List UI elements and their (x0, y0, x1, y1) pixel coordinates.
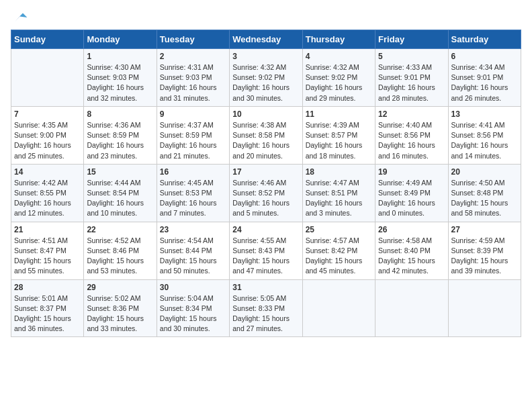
header-row: SundayMondayTuesdayWednesdayThursdayFrid… (11, 30, 521, 49)
day-info: Sunrise: 4:42 AM Sunset: 8:55 PM Dayligh… (14, 178, 81, 219)
day-number: 21 (14, 225, 81, 234)
header-cell-wednesday: Wednesday (230, 30, 302, 49)
day-number: 8 (87, 109, 153, 119)
day-number: 12 (378, 109, 445, 119)
day-number: 25 (306, 225, 372, 234)
calendar-cell: 11Sunrise: 4:39 AM Sunset: 8:57 PM Dayli… (302, 106, 375, 164)
week-row-4: 21Sunrise: 4:51 AM Sunset: 8:47 PM Dayli… (11, 222, 521, 279)
calendar-cell (302, 279, 375, 337)
calendar-header: SundayMondayTuesdayWednesdayThursdayFrid… (11, 30, 521, 49)
day-number: 6 (451, 52, 518, 61)
svg-marker-1 (19, 13, 27, 17)
day-info: Sunrise: 4:32 AM Sunset: 9:02 PM Dayligh… (232, 62, 299, 103)
calendar-cell: 19Sunrise: 4:49 AM Sunset: 8:49 PM Dayli… (375, 164, 448, 222)
calendar-cell: 18Sunrise: 4:47 AM Sunset: 8:51 PM Dayli… (302, 164, 375, 222)
day-number: 18 (306, 167, 372, 177)
day-number: 23 (160, 225, 226, 234)
day-info: Sunrise: 4:33 AM Sunset: 9:01 PM Dayligh… (378, 62, 445, 103)
calendar-cell: 1Sunrise: 4:30 AM Sunset: 9:03 PM Daylig… (84, 49, 157, 107)
day-number: 9 (160, 109, 226, 119)
page-header (11, 11, 521, 24)
calendar-cell: 3Sunrise: 4:32 AM Sunset: 9:02 PM Daylig… (230, 49, 302, 107)
header-cell-friday: Friday (375, 30, 448, 49)
week-row-3: 14Sunrise: 4:42 AM Sunset: 8:55 PM Dayli… (11, 164, 521, 222)
day-number: 20 (451, 167, 518, 177)
day-number: 14 (14, 167, 81, 177)
day-number: 16 (160, 167, 226, 177)
day-number: 29 (87, 283, 153, 292)
calendar-cell: 2Sunrise: 4:31 AM Sunset: 9:03 PM Daylig… (157, 49, 229, 107)
calendar-cell: 28Sunrise: 5:01 AM Sunset: 8:37 PM Dayli… (11, 279, 84, 337)
logo (11, 11, 28, 24)
calendar-cell: 29Sunrise: 5:02 AM Sunset: 8:36 PM Dayli… (84, 279, 157, 337)
day-number: 3 (232, 52, 299, 61)
day-info: Sunrise: 4:34 AM Sunset: 9:01 PM Dayligh… (451, 62, 518, 103)
day-number: 30 (160, 283, 226, 292)
day-info: Sunrise: 5:05 AM Sunset: 8:33 PM Dayligh… (232, 293, 299, 334)
calendar-cell: 10Sunrise: 4:38 AM Sunset: 8:58 PM Dayli… (230, 106, 302, 164)
day-info: Sunrise: 5:01 AM Sunset: 8:37 PM Dayligh… (14, 293, 81, 334)
day-number: 13 (451, 109, 518, 119)
calendar-cell: 20Sunrise: 4:50 AM Sunset: 8:48 PM Dayli… (448, 164, 521, 222)
day-number: 4 (306, 52, 372, 61)
header-cell-thursday: Thursday (302, 30, 375, 49)
calendar-cell: 13Sunrise: 4:41 AM Sunset: 8:56 PM Dayli… (448, 106, 521, 164)
calendar-cell: 9Sunrise: 4:37 AM Sunset: 8:59 PM Daylig… (157, 106, 229, 164)
day-number: 7 (14, 109, 81, 119)
calendar-cell: 22Sunrise: 4:52 AM Sunset: 8:46 PM Dayli… (84, 222, 157, 279)
day-number: 11 (306, 109, 372, 119)
calendar-cell: 27Sunrise: 4:59 AM Sunset: 8:39 PM Dayli… (448, 222, 521, 279)
day-info: Sunrise: 4:49 AM Sunset: 8:49 PM Dayligh… (378, 178, 445, 219)
logo-icon (12, 11, 28, 24)
header-cell-sunday: Sunday (11, 30, 84, 49)
header-cell-monday: Monday (84, 30, 157, 49)
calendar-cell: 6Sunrise: 4:34 AM Sunset: 9:01 PM Daylig… (448, 49, 521, 107)
calendar-cell: 16Sunrise: 4:45 AM Sunset: 8:53 PM Dayli… (157, 164, 229, 222)
day-number: 22 (87, 225, 153, 234)
week-row-5: 28Sunrise: 5:01 AM Sunset: 8:37 PM Dayli… (11, 279, 521, 337)
day-number: 19 (378, 167, 445, 177)
calendar-cell: 24Sunrise: 4:55 AM Sunset: 8:43 PM Dayli… (230, 222, 302, 279)
day-info: Sunrise: 4:54 AM Sunset: 8:44 PM Dayligh… (160, 236, 226, 277)
day-info: Sunrise: 5:04 AM Sunset: 8:34 PM Dayligh… (160, 293, 226, 334)
calendar-cell (448, 279, 521, 337)
calendar-cell: 25Sunrise: 4:57 AM Sunset: 8:42 PM Dayli… (302, 222, 375, 279)
day-info: Sunrise: 4:40 AM Sunset: 8:56 PM Dayligh… (378, 120, 445, 161)
day-number: 2 (160, 52, 226, 61)
calendar-cell: 8Sunrise: 4:36 AM Sunset: 8:59 PM Daylig… (84, 106, 157, 164)
svg-marker-0 (15, 13, 27, 22)
calendar-cell: 15Sunrise: 4:44 AM Sunset: 8:54 PM Dayli… (84, 164, 157, 222)
calendar-cell: 14Sunrise: 4:42 AM Sunset: 8:55 PM Dayli… (11, 164, 84, 222)
day-info: Sunrise: 4:57 AM Sunset: 8:42 PM Dayligh… (306, 236, 372, 277)
day-info: Sunrise: 4:46 AM Sunset: 8:52 PM Dayligh… (232, 178, 299, 219)
calendar-cell: 21Sunrise: 4:51 AM Sunset: 8:47 PM Dayli… (11, 222, 84, 279)
day-number: 26 (378, 225, 445, 234)
day-info: Sunrise: 4:47 AM Sunset: 8:51 PM Dayligh… (306, 178, 372, 219)
day-info: Sunrise: 4:51 AM Sunset: 8:47 PM Dayligh… (14, 236, 81, 277)
day-info: Sunrise: 4:37 AM Sunset: 8:59 PM Dayligh… (160, 120, 226, 161)
week-row-1: 1Sunrise: 4:30 AM Sunset: 9:03 PM Daylig… (11, 49, 521, 107)
day-info: Sunrise: 4:45 AM Sunset: 8:53 PM Dayligh… (160, 178, 226, 219)
day-info: Sunrise: 4:30 AM Sunset: 9:03 PM Dayligh… (87, 62, 153, 103)
day-info: Sunrise: 4:36 AM Sunset: 8:59 PM Dayligh… (87, 120, 153, 161)
header-cell-tuesday: Tuesday (157, 30, 229, 49)
day-number: 1 (87, 52, 153, 61)
day-number: 28 (14, 283, 81, 292)
calendar-cell: 5Sunrise: 4:33 AM Sunset: 9:01 PM Daylig… (375, 49, 448, 107)
day-info: Sunrise: 4:59 AM Sunset: 8:39 PM Dayligh… (451, 236, 518, 277)
calendar-body: 1Sunrise: 4:30 AM Sunset: 9:03 PM Daylig… (11, 49, 521, 337)
calendar-cell: 26Sunrise: 4:58 AM Sunset: 8:40 PM Dayli… (375, 222, 448, 279)
calendar-cell: 31Sunrise: 5:05 AM Sunset: 8:33 PM Dayli… (230, 279, 302, 337)
day-number: 31 (232, 283, 299, 292)
calendar-cell: 23Sunrise: 4:54 AM Sunset: 8:44 PM Dayli… (157, 222, 229, 279)
day-number: 17 (232, 167, 299, 177)
calendar-cell: 17Sunrise: 4:46 AM Sunset: 8:52 PM Dayli… (230, 164, 302, 222)
day-number: 27 (451, 225, 518, 234)
day-info: Sunrise: 4:50 AM Sunset: 8:48 PM Dayligh… (451, 178, 518, 219)
day-info: Sunrise: 4:39 AM Sunset: 8:57 PM Dayligh… (306, 120, 372, 161)
day-info: Sunrise: 4:52 AM Sunset: 8:46 PM Dayligh… (87, 236, 153, 277)
calendar-cell (375, 279, 448, 337)
day-info: Sunrise: 4:58 AM Sunset: 8:40 PM Dayligh… (378, 236, 445, 277)
day-number: 5 (378, 52, 445, 61)
day-number: 24 (232, 225, 299, 234)
